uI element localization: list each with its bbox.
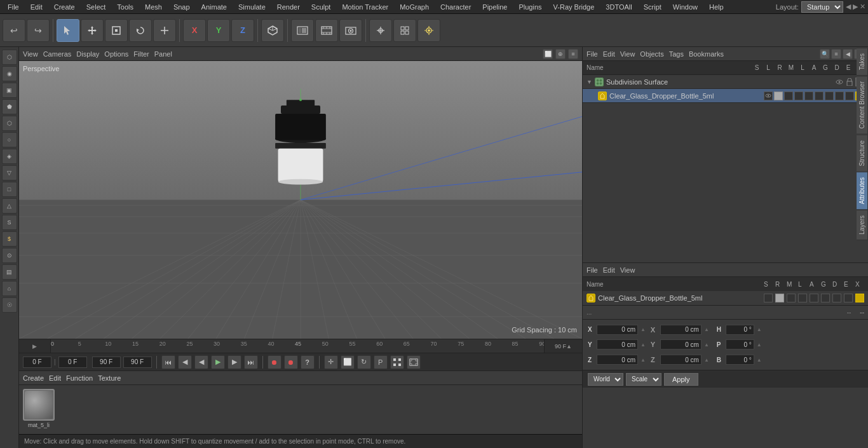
- sidebar-btn-13[interactable]: ⊙: [2, 248, 17, 263]
- obj-bookmarks-menu[interactable]: Bookmarks: [689, 50, 724, 58]
- material-thumbnail[interactable]: [23, 389, 55, 421]
- film-key-button[interactable]: [407, 355, 421, 369]
- attr-view-menu[interactable]: View: [620, 266, 635, 274]
- coord-x-size[interactable]: [660, 325, 702, 335]
- tab-structure[interactable]: Structure: [857, 135, 868, 172]
- mat-function-menu[interactable]: Function: [66, 374, 93, 382]
- obj-expand-arrow[interactable]: ▼: [587, 79, 592, 85]
- point-key-button[interactable]: [390, 355, 404, 369]
- menu-sculpt[interactable]: Sculpt: [306, 2, 336, 12]
- obj-view-menu[interactable]: View: [620, 50, 635, 58]
- object-mode-button[interactable]: [261, 19, 284, 42]
- menu-3dtoall[interactable]: 3DTOAll: [600, 2, 637, 12]
- vp-panel-menu[interactable]: Panel: [154, 50, 172, 58]
- undo-button[interactable]: ↩: [3, 19, 25, 42]
- record-button[interactable]: ⏺: [268, 355, 281, 369]
- coord-z-size[interactable]: [660, 355, 702, 365]
- vp-display-menu[interactable]: Display: [76, 50, 99, 58]
- menu-file[interactable]: File: [3, 2, 24, 12]
- sidebar-btn-6[interactable]: ○: [2, 132, 17, 147]
- menu-simulate[interactable]: Simulate: [233, 2, 271, 12]
- render-region-button[interactable]: [291, 19, 314, 42]
- x-axis-button[interactable]: X: [183, 19, 206, 42]
- attr-edit-menu[interactable]: Edit: [603, 266, 615, 274]
- coord-h-arrow[interactable]: ▲: [757, 327, 762, 332]
- play-back-button[interactable]: ◀: [194, 355, 208, 369]
- tab-takes[interactable]: Takes: [857, 48, 868, 76]
- timeline-ruler[interactable]: 0 5 10 15 20 25 30 35 40 45 50 55 60 65 …: [51, 339, 544, 353]
- menu-tools[interactable]: Tools: [112, 2, 139, 12]
- menu-animate[interactable]: Animate: [196, 2, 232, 12]
- menu-snap[interactable]: Snap: [168, 2, 195, 12]
- go-to-end-button[interactable]: ⏭: [244, 355, 258, 369]
- attr-file-menu[interactable]: File: [587, 266, 598, 274]
- obj-edit-menu[interactable]: Edit: [603, 50, 615, 58]
- sidebar-btn-11[interactable]: S: [2, 215, 17, 230]
- vp-cameras-menu[interactable]: Cameras: [43, 50, 72, 58]
- play-forward-button[interactable]: ▶: [211, 355, 225, 369]
- obj-tags-menu[interactable]: Tags: [669, 50, 684, 58]
- auto-key-button[interactable]: ⏺: [284, 355, 298, 369]
- menu-motion-tracker[interactable]: Motion Tracker: [337, 2, 393, 12]
- sidebar-btn-7[interactable]: ◈: [2, 149, 17, 164]
- go-to-start-button[interactable]: ⏮: [161, 355, 175, 369]
- menu-create[interactable]: Create: [49, 2, 80, 12]
- menu-mesh[interactable]: Mesh: [140, 2, 167, 12]
- coord-x-arrow-down[interactable]: ▲: [704, 327, 709, 332]
- coord-p-arrow[interactable]: ▲: [757, 342, 762, 348]
- menu-script[interactable]: Script: [639, 2, 667, 12]
- add-tool-button[interactable]: [153, 19, 176, 42]
- coord-y-arrow-down[interactable]: ▲: [704, 342, 709, 348]
- coord-x-pos[interactable]: [597, 325, 638, 335]
- obj-tag-1[interactable]: [774, 92, 783, 100]
- mat-create-menu[interactable]: Create: [23, 374, 44, 382]
- viewport-3d[interactable]: Y X Z: [19, 61, 582, 339]
- menu-vray[interactable]: V-Ray Bridge: [548, 2, 600, 12]
- vp-options-menu[interactable]: Options: [104, 50, 128, 58]
- obj-row-dropper[interactable]: Clear_Glass_Dropper_Bottle_5ml: [583, 89, 868, 103]
- sidebar-btn-16[interactable]: ☉: [2, 297, 17, 313]
- menu-render[interactable]: Render: [272, 2, 305, 12]
- material-item[interactable]: mat_5_li: [23, 389, 55, 428]
- light-button[interactable]: [417, 19, 440, 42]
- attr-tag-4[interactable]: [810, 294, 818, 302]
- timeline-expand-button[interactable]: ▲: [566, 343, 572, 350]
- menu-plugins[interactable]: Plugins: [513, 2, 546, 12]
- sidebar-btn-14[interactable]: ▤: [2, 264, 17, 280]
- coord-y-size[interactable]: [660, 339, 702, 350]
- layout-icons[interactable]: ◀ ▶ ✕: [846, 3, 865, 11]
- step-forward-button[interactable]: ▶: [227, 355, 241, 369]
- tab-layers[interactable]: Layers: [857, 210, 868, 240]
- coord-x-arrow-up[interactable]: ▲: [641, 327, 646, 332]
- coord-y-arrow-up[interactable]: ▲: [641, 342, 646, 348]
- menu-edit[interactable]: Edit: [25, 2, 48, 12]
- obj-eye-icon[interactable]: [835, 78, 844, 86]
- end-frame-field-1[interactable]: [92, 356, 121, 368]
- obj-search-button[interactable]: 🔍: [820, 49, 830, 59]
- attr-eye-btn[interactable]: [764, 294, 773, 302]
- sidebar-btn-8[interactable]: ▽: [2, 165, 17, 180]
- interactive-render-button[interactable]: [315, 19, 338, 42]
- mat-texture-menu[interactable]: Texture: [98, 374, 121, 382]
- menu-select[interactable]: Select: [81, 2, 111, 12]
- obj-lock-icon[interactable]: [845, 78, 854, 86]
- viewport-maximize-button[interactable]: ⬜: [543, 49, 553, 59]
- obj-tag-5[interactable]: [815, 92, 824, 100]
- snap-button[interactable]: [369, 19, 392, 42]
- attr-object-row[interactable]: Clear_Glass_Dropper_Bottle_5ml: [583, 291, 868, 305]
- coord-h-val[interactable]: [726, 325, 754, 335]
- vp-view-menu[interactable]: View: [23, 50, 38, 58]
- attr-tag-6[interactable]: [832, 294, 841, 302]
- move-key-button[interactable]: ✛: [324, 355, 338, 369]
- obj-objects-menu[interactable]: Objects: [640, 50, 663, 58]
- sidebar-btn-4[interactable]: ⬟: [2, 99, 17, 114]
- param-key-button[interactable]: P: [374, 355, 388, 369]
- attr-yellow-tag[interactable]: [855, 294, 864, 302]
- grid-button[interactable]: [393, 19, 416, 42]
- rotate-tool-button[interactable]: [129, 19, 152, 42]
- tab-attributes[interactable]: Attributes: [857, 172, 868, 210]
- obj-tag-2[interactable]: [784, 92, 793, 100]
- start-frame-field[interactable]: [23, 356, 51, 368]
- obj-file-menu[interactable]: File: [587, 50, 598, 58]
- menu-window[interactable]: Window: [668, 2, 703, 12]
